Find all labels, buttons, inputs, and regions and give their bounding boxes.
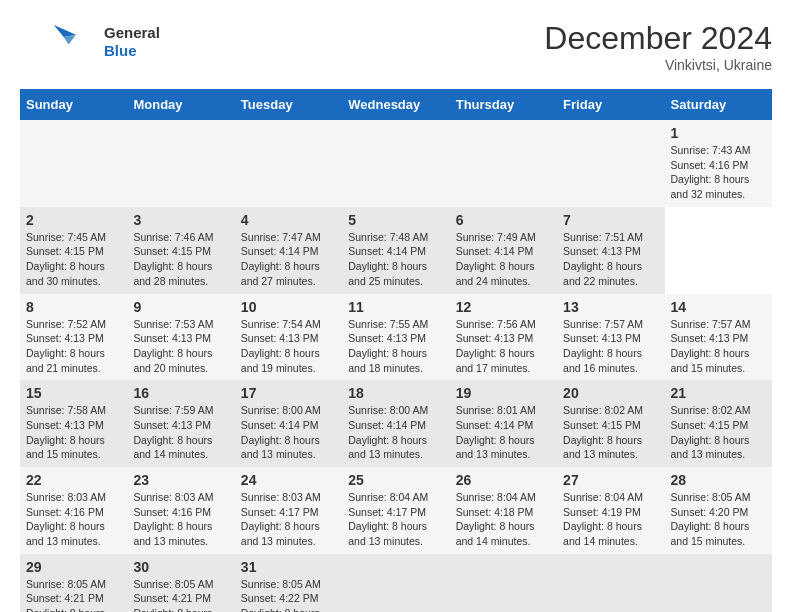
day-info: Sunrise: 8:04 AMSunset: 4:18 PMDaylight:… bbox=[456, 490, 551, 549]
logo-container: General Blue bbox=[20, 20, 160, 64]
calendar-day-cell: 9Sunrise: 7:53 AMSunset: 4:13 PMDaylight… bbox=[127, 294, 234, 381]
calendar-day-cell: 15Sunrise: 7:58 AMSunset: 4:13 PMDayligh… bbox=[20, 380, 127, 467]
calendar-day-cell: 14Sunrise: 7:57 AMSunset: 4:13 PMDayligh… bbox=[665, 294, 772, 381]
header-saturday: Saturday bbox=[665, 89, 772, 120]
calendar-day-cell: 16Sunrise: 7:59 AMSunset: 4:13 PMDayligh… bbox=[127, 380, 234, 467]
logo: General Blue bbox=[20, 20, 160, 64]
day-number: 14 bbox=[671, 299, 766, 315]
calendar-day-cell: 6Sunrise: 7:49 AMSunset: 4:14 PMDaylight… bbox=[450, 207, 557, 294]
day-number: 6 bbox=[456, 212, 551, 228]
svg-marker-0 bbox=[54, 25, 76, 37]
calendar-day-cell: 24Sunrise: 8:03 AMSunset: 4:17 PMDayligh… bbox=[235, 467, 342, 554]
page-title: December 2024 bbox=[544, 20, 772, 57]
day-info: Sunrise: 7:58 AMSunset: 4:13 PMDaylight:… bbox=[26, 403, 121, 462]
calendar-empty-cell bbox=[450, 120, 557, 207]
day-number: 17 bbox=[241, 385, 336, 401]
day-number: 31 bbox=[241, 559, 336, 575]
day-info: Sunrise: 8:04 AMSunset: 4:19 PMDaylight:… bbox=[563, 490, 658, 549]
day-info: Sunrise: 7:54 AMSunset: 4:13 PMDaylight:… bbox=[241, 317, 336, 376]
day-number: 2 bbox=[26, 212, 121, 228]
calendar-empty-cell bbox=[127, 120, 234, 207]
calendar-day-cell: 13Sunrise: 7:57 AMSunset: 4:13 PMDayligh… bbox=[557, 294, 664, 381]
day-number: 16 bbox=[133, 385, 228, 401]
day-info: Sunrise: 8:05 AMSunset: 4:22 PMDaylight:… bbox=[241, 577, 336, 612]
day-number: 29 bbox=[26, 559, 121, 575]
calendar-day-cell: 30Sunrise: 8:05 AMSunset: 4:21 PMDayligh… bbox=[127, 554, 234, 612]
calendar-day-cell bbox=[557, 554, 664, 612]
calendar-empty-cell bbox=[20, 120, 127, 207]
day-number: 20 bbox=[563, 385, 658, 401]
calendar-day-cell: 4Sunrise: 7:47 AMSunset: 4:14 PMDaylight… bbox=[235, 207, 342, 294]
day-info: Sunrise: 7:45 AMSunset: 4:15 PMDaylight:… bbox=[26, 230, 121, 289]
calendar-day-cell: 21Sunrise: 8:02 AMSunset: 4:15 PMDayligh… bbox=[665, 380, 772, 467]
day-number: 1 bbox=[671, 125, 766, 141]
day-info: Sunrise: 8:05 AMSunset: 4:21 PMDaylight:… bbox=[133, 577, 228, 612]
day-number: 22 bbox=[26, 472, 121, 488]
day-number: 19 bbox=[456, 385, 551, 401]
calendar-day-cell: 28Sunrise: 8:05 AMSunset: 4:20 PMDayligh… bbox=[665, 467, 772, 554]
calendar-day-cell: 10Sunrise: 7:54 AMSunset: 4:13 PMDayligh… bbox=[235, 294, 342, 381]
day-info: Sunrise: 8:00 AMSunset: 4:14 PMDaylight:… bbox=[348, 403, 443, 462]
day-info: Sunrise: 8:03 AMSunset: 4:16 PMDaylight:… bbox=[26, 490, 121, 549]
calendar-table: SundayMondayTuesdayWednesdayThursdayFrid… bbox=[20, 89, 772, 612]
day-number: 25 bbox=[348, 472, 443, 488]
day-number: 24 bbox=[241, 472, 336, 488]
header-friday: Friday bbox=[557, 89, 664, 120]
calendar-week-row: 2Sunrise: 7:45 AMSunset: 4:15 PMDaylight… bbox=[20, 207, 772, 294]
calendar-day-cell: 1Sunrise: 7:43 AMSunset: 4:16 PMDaylight… bbox=[665, 120, 772, 207]
day-info: Sunrise: 7:49 AMSunset: 4:14 PMDaylight:… bbox=[456, 230, 551, 289]
calendar-week-row: 15Sunrise: 7:58 AMSunset: 4:13 PMDayligh… bbox=[20, 380, 772, 467]
day-info: Sunrise: 7:52 AMSunset: 4:13 PMDaylight:… bbox=[26, 317, 121, 376]
calendar-day-cell: 5Sunrise: 7:48 AMSunset: 4:14 PMDaylight… bbox=[342, 207, 449, 294]
day-info: Sunrise: 7:59 AMSunset: 4:13 PMDaylight:… bbox=[133, 403, 228, 462]
day-info: Sunrise: 7:57 AMSunset: 4:13 PMDaylight:… bbox=[563, 317, 658, 376]
calendar-day-cell: 3Sunrise: 7:46 AMSunset: 4:15 PMDaylight… bbox=[127, 207, 234, 294]
calendar-day-cell: 20Sunrise: 8:02 AMSunset: 4:15 PMDayligh… bbox=[557, 380, 664, 467]
calendar-day-cell: 2Sunrise: 7:45 AMSunset: 4:15 PMDaylight… bbox=[20, 207, 127, 294]
day-info: Sunrise: 8:02 AMSunset: 4:15 PMDaylight:… bbox=[671, 403, 766, 462]
day-info: Sunrise: 7:56 AMSunset: 4:13 PMDaylight:… bbox=[456, 317, 551, 376]
header-tuesday: Tuesday bbox=[235, 89, 342, 120]
day-number: 28 bbox=[671, 472, 766, 488]
day-number: 30 bbox=[133, 559, 228, 575]
calendar-day-cell: 23Sunrise: 8:03 AMSunset: 4:16 PMDayligh… bbox=[127, 467, 234, 554]
day-number: 7 bbox=[563, 212, 658, 228]
day-info: Sunrise: 7:48 AMSunset: 4:14 PMDaylight:… bbox=[348, 230, 443, 289]
day-number: 4 bbox=[241, 212, 336, 228]
calendar-day-cell: 11Sunrise: 7:55 AMSunset: 4:13 PMDayligh… bbox=[342, 294, 449, 381]
day-info: Sunrise: 8:01 AMSunset: 4:14 PMDaylight:… bbox=[456, 403, 551, 462]
day-info: Sunrise: 8:02 AMSunset: 4:15 PMDaylight:… bbox=[563, 403, 658, 462]
calendar-week-row: 1Sunrise: 7:43 AMSunset: 4:16 PMDaylight… bbox=[20, 120, 772, 207]
calendar-day-cell: 29Sunrise: 8:05 AMSunset: 4:21 PMDayligh… bbox=[20, 554, 127, 612]
calendar-day-cell bbox=[665, 554, 772, 612]
calendar-empty-cell bbox=[342, 120, 449, 207]
day-number: 8 bbox=[26, 299, 121, 315]
day-info: Sunrise: 7:55 AMSunset: 4:13 PMDaylight:… bbox=[348, 317, 443, 376]
day-info: Sunrise: 8:05 AMSunset: 4:20 PMDaylight:… bbox=[671, 490, 766, 549]
day-number: 21 bbox=[671, 385, 766, 401]
header-thursday: Thursday bbox=[450, 89, 557, 120]
calendar-day-cell: 12Sunrise: 7:56 AMSunset: 4:13 PMDayligh… bbox=[450, 294, 557, 381]
day-number: 27 bbox=[563, 472, 658, 488]
header-sunday: Sunday bbox=[20, 89, 127, 120]
calendar-day-cell: 26Sunrise: 8:04 AMSunset: 4:18 PMDayligh… bbox=[450, 467, 557, 554]
calendar-empty-cell bbox=[557, 120, 664, 207]
day-info: Sunrise: 7:46 AMSunset: 4:15 PMDaylight:… bbox=[133, 230, 228, 289]
day-info: Sunrise: 8:05 AMSunset: 4:21 PMDaylight:… bbox=[26, 577, 121, 612]
page-subtitle: Vinkivtsi, Ukraine bbox=[544, 57, 772, 73]
calendar-day-cell bbox=[450, 554, 557, 612]
calendar-header-row: SundayMondayTuesdayWednesdayThursdayFrid… bbox=[20, 89, 772, 120]
day-info: Sunrise: 7:47 AMSunset: 4:14 PMDaylight:… bbox=[241, 230, 336, 289]
calendar-day-cell: 25Sunrise: 8:04 AMSunset: 4:17 PMDayligh… bbox=[342, 467, 449, 554]
day-number: 13 bbox=[563, 299, 658, 315]
title-block: December 2024 Vinkivtsi, Ukraine bbox=[544, 20, 772, 73]
calendar-day-cell: 18Sunrise: 8:00 AMSunset: 4:14 PMDayligh… bbox=[342, 380, 449, 467]
logo-bird-icon bbox=[20, 20, 100, 64]
day-number: 15 bbox=[26, 385, 121, 401]
calendar-week-row: 22Sunrise: 8:03 AMSunset: 4:16 PMDayligh… bbox=[20, 467, 772, 554]
day-info: Sunrise: 7:43 AMSunset: 4:16 PMDaylight:… bbox=[671, 143, 766, 202]
day-number: 10 bbox=[241, 299, 336, 315]
calendar-day-cell: 31Sunrise: 8:05 AMSunset: 4:22 PMDayligh… bbox=[235, 554, 342, 612]
day-info: Sunrise: 8:03 AMSunset: 4:16 PMDaylight:… bbox=[133, 490, 228, 549]
day-number: 23 bbox=[133, 472, 228, 488]
